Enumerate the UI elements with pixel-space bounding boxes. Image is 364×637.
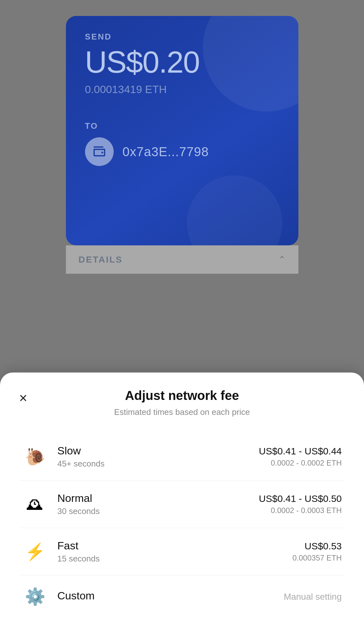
slow-usd: US$0.41 - US$0.44: [259, 446, 342, 457]
fast-prices: US$0.530.000357 ETH: [292, 541, 342, 562]
close-button[interactable]: ×: [19, 391, 27, 405]
custom-name: Custom: [57, 590, 284, 602]
fee-option-slow[interactable]: 🐌Slow45+ secondsUS$0.41 - US$0.440.0002 …: [19, 433, 345, 481]
wallet-icon: [85, 137, 114, 166]
slow-icon: 🐌: [22, 447, 48, 467]
fast-icon: ⚡: [22, 542, 48, 561]
fee-option-custom[interactable]: ⚙️CustomManual setting: [19, 575, 345, 618]
normal-info: Normal30 seconds: [57, 492, 259, 516]
recipient-address: 0x7a3E...7798: [123, 145, 209, 159]
slow-prices: US$0.41 - US$0.440.0002 - 0.0002 ETH: [259, 446, 342, 467]
fee-options-list: 🐌Slow45+ secondsUS$0.41 - US$0.440.0002 …: [19, 433, 345, 618]
normal-time: 30 seconds: [57, 506, 259, 516]
fast-usd: US$0.53: [292, 541, 342, 552]
fast-name: Fast: [57, 539, 292, 552]
to-label: TO: [85, 121, 279, 131]
details-label: DETAILS: [79, 255, 123, 265]
details-bar[interactable]: DETAILS ⌃: [66, 245, 298, 274]
slow-info: Slow45+ seconds: [57, 445, 259, 469]
fast-time: 15 seconds: [57, 554, 292, 564]
slow-eth: 0.0002 - 0.0002 ETH: [259, 459, 342, 467]
custom-info: Custom: [57, 590, 284, 604]
sheet-header: × Adjust network fee Estimated times bas…: [19, 388, 345, 417]
svg-point-0: [101, 152, 103, 154]
custom-prices: Manual setting: [284, 592, 342, 602]
fast-info: Fast15 seconds: [57, 539, 292, 564]
send-card: SEND US$0.20 0.00013419 ETH TO 0x7a3E...…: [66, 16, 298, 245]
fee-option-normal[interactable]: 🕰Normal30 secondsUS$0.41 - US$0.500.0002…: [19, 481, 345, 528]
sheet-subtitle: Estimated times based on each price: [114, 407, 250, 417]
sheet-title: Adjust network fee: [125, 388, 239, 403]
send-label: SEND: [85, 32, 279, 42]
custom-icon: ⚙️: [22, 587, 48, 606]
send-amount-usd: US$0.20: [85, 47, 279, 77]
normal-name: Normal: [57, 492, 259, 504]
bottom-sheet: × Adjust network fee Estimated times bas…: [0, 373, 364, 637]
to-address-row: 0x7a3E...7798: [85, 137, 279, 166]
slow-name: Slow: [57, 445, 259, 457]
normal-usd: US$0.41 - US$0.50: [259, 493, 342, 504]
normal-icon: 🕰: [22, 495, 48, 514]
custom-manual: Manual setting: [284, 592, 342, 602]
slow-time: 45+ seconds: [57, 459, 259, 469]
fee-option-fast[interactable]: ⚡Fast15 secondsUS$0.530.000357 ETH: [19, 528, 345, 575]
send-amount-eth: 0.00013419 ETH: [85, 83, 279, 96]
chevron-up-icon: ⌃: [278, 254, 286, 265]
normal-eth: 0.0002 - 0.0003 ETH: [259, 506, 342, 515]
normal-prices: US$0.41 - US$0.500.0002 - 0.0003 ETH: [259, 493, 342, 515]
fast-eth: 0.000357 ETH: [292, 554, 342, 562]
